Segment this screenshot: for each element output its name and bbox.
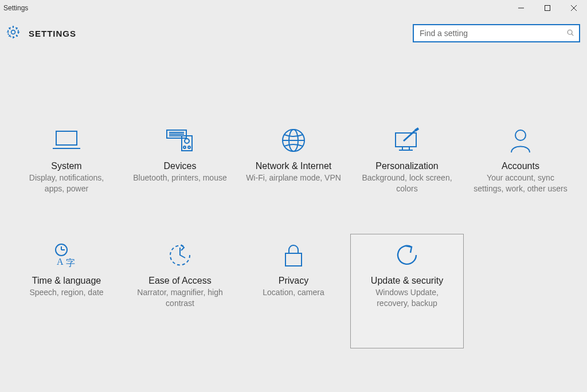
window-title: Settings [3,4,28,12]
maximize-button[interactable] [534,0,561,16]
tile-time-language[interactable]: A 字 Time & language Speech, region, date [10,234,123,348]
tile-title: Network & Internet [256,161,332,171]
tile-desc: Bluetooth, printers, mouse [133,173,226,183]
svg-line-7 [572,34,573,36]
tile-desc: Your account, sync settings, work, other… [472,173,569,194]
tile-desc: Windows Update, recovery, backup [359,287,455,309]
tile-title: Ease of Access [148,276,211,286]
tile-desc: Narrator, magnifier, high contrast [132,287,228,309]
window-controls [508,0,587,16]
tile-network[interactable]: Network & Internet Wi-Fi, airplane mode,… [237,119,350,234]
ease-of-access-icon [167,239,193,271]
svg-point-16 [183,146,186,148]
svg-text:字: 字 [66,258,75,268]
person-icon [508,124,533,156]
svg-rect-8 [56,131,77,145]
tile-title: Update & security [371,276,443,286]
tile-desc: Wi-Fi, airplane mode, VPN [246,173,341,183]
tile-title: Time & language [32,276,101,286]
tile-desc: Location, camera [263,287,324,298]
tile-title: Privacy [279,276,308,286]
svg-point-17 [188,146,190,148]
devices-icon [165,124,195,156]
tile-desc: Background, lock screen, colors [359,173,455,194]
lock-icon [282,239,305,271]
tile-personalization[interactable]: Personalization Background, lock screen,… [350,119,464,234]
tile-accounts[interactable]: Accounts Your account, sync settings, wo… [464,119,577,234]
update-icon [394,239,420,271]
settings-grid: System Display, notifications, apps, pow… [10,119,577,348]
search-input[interactable] [418,28,566,38]
titlebar: Settings [0,0,587,16]
tile-privacy[interactable]: Privacy Location, camera [237,234,350,348]
svg-rect-1 [545,6,550,11]
tile-desc: Speech, region, date [29,287,103,298]
personalization-icon [392,124,422,156]
svg-point-6 [568,30,572,34]
globe-icon [280,124,307,156]
minimize-button[interactable] [508,0,534,16]
page-title: SETTINGS [29,29,76,38]
svg-point-4 [11,30,15,34]
tile-desc: Display, notifications, apps, power [18,173,115,194]
search-icon [566,29,574,38]
svg-rect-31 [285,253,302,266]
tile-devices[interactable]: Devices Bluetooth, printers, mouse [123,119,237,234]
tile-title: Devices [164,161,197,171]
time-language-icon: A 字 [52,239,81,271]
tile-title: Personalization [375,161,438,171]
gear-icon [6,25,21,42]
svg-point-25 [515,130,526,140]
svg-text:A: A [57,257,64,266]
tile-ease-of-access[interactable]: Ease of Access Narrator, magnifier, high… [123,234,237,348]
close-button[interactable] [561,0,587,16]
search-box[interactable] [413,24,580,42]
tile-title: System [51,161,81,171]
tile-system[interactable]: System Display, notifications, apps, pow… [10,119,123,234]
tile-title: Accounts [502,161,539,171]
header: SETTINGS [0,16,587,45]
laptop-icon [52,124,81,156]
svg-point-15 [185,139,189,143]
tile-update-security[interactable]: Update & security Windows Update, recove… [350,234,464,348]
